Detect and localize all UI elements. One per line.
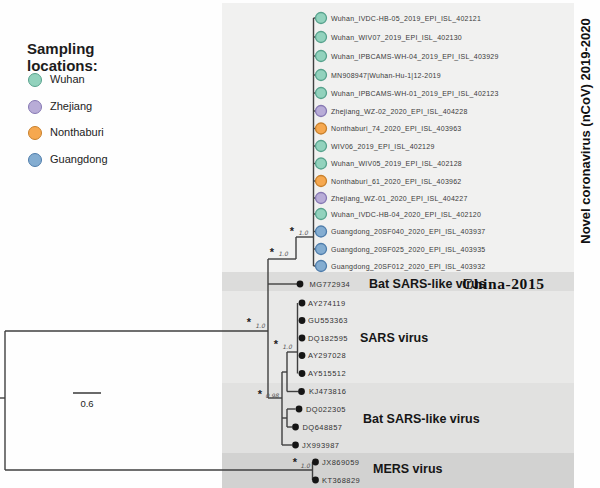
accession-label: MG772934 xyxy=(310,280,351,289)
taxon-label: Wuhan_IVDC-HB-04_2020_EPI_ISL_402120 xyxy=(331,211,481,219)
taxon-tip-dot-icon xyxy=(297,281,304,288)
virus-group-label: China-2015 xyxy=(462,275,545,292)
virus-group-label: Bat SARS-like virus xyxy=(363,412,480,426)
legend-label: Wuhan xyxy=(50,72,85,87)
taxon-label: Wuhan_WIV05_2019_EPI_ISL_402128 xyxy=(331,160,462,168)
accession-label: KT368829 xyxy=(322,476,360,485)
support-value: 1.0 xyxy=(278,250,289,257)
support-asterisk-icon: * xyxy=(258,388,263,400)
accession-label: KJ473816 xyxy=(309,387,346,396)
nonthaburi-color-dot-icon xyxy=(28,126,42,140)
taxon-label: Zhejiang_WZ-02_2020_EPI_ISL_404228 xyxy=(331,108,468,116)
sample-location-dot-icon xyxy=(316,70,327,81)
accession-label: DQ182595 xyxy=(308,334,348,343)
accession-label: AY274119 xyxy=(308,299,346,308)
legend-item-guangdong: Guangdong xyxy=(28,152,108,167)
taxon-label: WIV06_2019_EPI_ISL_402129 xyxy=(331,143,435,151)
accession-label: DQ648857 xyxy=(303,423,343,432)
sample-location-dot-icon xyxy=(316,123,327,134)
support-value: 1.0 xyxy=(282,343,293,350)
taxon-label: MN908947|Wuhan-Hu-1|12-2019 xyxy=(331,72,441,80)
sample-location-dot-icon xyxy=(316,32,327,43)
sample-location-dot-icon xyxy=(316,226,327,237)
legend-item-nonthaburi: Nonthaburi xyxy=(28,125,104,140)
accession-label: JX993987 xyxy=(302,441,339,450)
legend-label: Zhejiang xyxy=(50,99,92,114)
taxon-tip-dot-icon xyxy=(296,406,303,413)
figure-canvas: Wuhan_IVDC-HB-05_2019_EPI_ISL_402121Wuha… xyxy=(0,0,600,488)
legend-item-zhejiang: Zhejiang xyxy=(28,99,92,114)
support-asterisk-icon: * xyxy=(270,246,275,258)
sample-location-dot-icon xyxy=(316,193,327,204)
taxon-label: Wuhan_WIV07_2019_EPI_ISL_402130 xyxy=(331,34,462,42)
support-asterisk-icon: * xyxy=(293,456,298,468)
sample-location-dot-icon xyxy=(316,261,327,272)
sample-location-dot-icon xyxy=(316,13,327,24)
taxon-label: Zhejiang_WZ-01_2020_EPI_ISL_404227 xyxy=(331,195,468,203)
taxon-label: Wuhan_IPBCAMS-WH-04_2019_EPI_ISL_403929 xyxy=(331,53,499,61)
accession-label: AY297028 xyxy=(308,351,346,360)
sample-location-dot-icon xyxy=(316,176,327,187)
support-value: 1.0 xyxy=(255,322,266,329)
taxon-label: Wuhan_IVDC-HB-05_2019_EPI_ISL_402121 xyxy=(331,15,481,23)
guangdong-color-dot-icon xyxy=(28,153,42,167)
support-value: 1.0 xyxy=(298,229,309,236)
taxon-label: Nonthaburi_61_2020_EPI_ISL_403962 xyxy=(331,178,461,186)
sample-location-dot-icon xyxy=(316,244,327,255)
legend-title: Sampling locations: xyxy=(27,40,98,74)
taxon-tip-dot-icon xyxy=(292,424,299,431)
sample-location-dot-icon xyxy=(316,158,327,169)
support-value: 1.0 xyxy=(300,462,311,469)
accession-label: GU553363 xyxy=(308,316,348,325)
taxon-label: Guangdong_20SF025_2020_EPI_ISL_403935 xyxy=(331,246,485,254)
legend-label: Guangdong xyxy=(50,152,108,167)
sample-location-dot-icon xyxy=(316,209,327,220)
taxon-label: Guangdong_20SF040_2020_EPI_ISL_403937 xyxy=(331,228,485,236)
legend-label: Nonthaburi xyxy=(50,125,104,140)
support-value: 0.98 xyxy=(265,392,280,399)
wuhan-color-dot-icon xyxy=(28,73,42,87)
support-asterisk-icon: * xyxy=(247,316,252,328)
sample-location-dot-icon xyxy=(316,51,327,62)
taxon-tip-dot-icon xyxy=(312,477,319,484)
taxon-tip-dot-icon xyxy=(312,459,319,466)
virus-group-label: SARS virus xyxy=(360,331,428,345)
taxon-label: Nonthaburi_74_2020_EPI_ISL_403963 xyxy=(331,125,461,133)
accession-label: AY515512 xyxy=(308,369,346,378)
zhejiang-color-dot-icon xyxy=(28,100,42,114)
virus-group-label: MERS virus xyxy=(373,462,443,476)
accession-label: DQ022305 xyxy=(306,405,346,414)
taxon-tip-dot-icon xyxy=(299,317,306,324)
taxon-tip-dot-icon xyxy=(299,335,306,342)
sample-location-dot-icon xyxy=(316,88,327,99)
figure-side-title: Novel coronavirus (nCoV) 2019-2020 xyxy=(577,0,595,271)
legend-item-wuhan: Wuhan xyxy=(28,72,85,87)
support-asterisk-icon: * xyxy=(290,225,295,237)
taxon-tip-dot-icon xyxy=(299,352,306,359)
sample-location-dot-icon xyxy=(316,141,327,152)
scale-bar-label: 0.6 xyxy=(70,398,104,409)
taxon-label: Wuhan_IPBCAMS-WH-01_2019_EPI_ISL_402123 xyxy=(331,90,499,98)
taxon-tip-dot-icon xyxy=(299,300,306,307)
support-asterisk-icon: * xyxy=(274,338,279,350)
scale-bar xyxy=(73,392,101,394)
accession-label: JX869059 xyxy=(322,458,359,467)
taxon-tip-dot-icon xyxy=(298,388,305,395)
taxon-tip-dot-icon xyxy=(299,370,306,377)
taxon-tip-dot-icon xyxy=(292,442,299,449)
taxon-label: Guangdong_20SF012_2020_EPI_ISL_403932 xyxy=(331,263,485,271)
sample-location-dot-icon xyxy=(316,106,327,117)
